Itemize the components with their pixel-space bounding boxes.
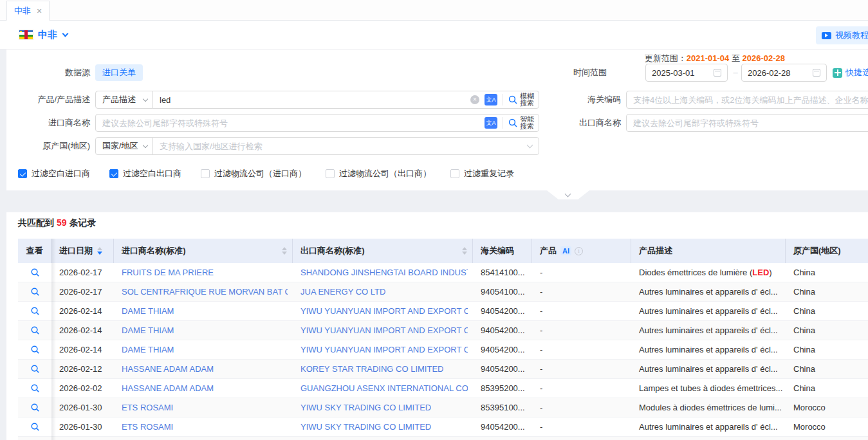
table-row: 2026-02-17SOL CENTRAFRIQUE RUE MORVAN BA… (18, 282, 868, 302)
col-header-import-date[interactable]: 进口日期 (51, 239, 114, 263)
checkbox-unchecked-icon[interactable] (201, 169, 210, 178)
hs-code-input[interactable] (627, 95, 868, 105)
view-record-button[interactable] (30, 403, 40, 412)
match-prefix: 共匹配到 (18, 217, 54, 228)
importer-cell: DAME THIAM (114, 321, 293, 340)
toolbar: 中非 视频教程 (0, 21, 868, 50)
product-type-select[interactable]: 产品描述 (95, 91, 153, 109)
exporter-link[interactable]: SHANDONG JINSHENGTAI BOARD INDUST... (300, 268, 468, 277)
importer-link[interactable]: HASSANE ADAM ADAM (122, 364, 214, 374)
hs-code-cell: 94054200... (473, 360, 532, 378)
fuzzy-search-button[interactable]: 模糊搜索 (508, 93, 539, 107)
importer-link[interactable]: HASSANE ADAM ADAM (122, 383, 214, 393)
importer-link[interactable]: FRUITS DE MA PRIERE (122, 268, 214, 277)
col-header-product: 产品 AI i (532, 239, 631, 263)
clear-icon[interactable]: × (470, 95, 479, 104)
view-cell (18, 302, 51, 320)
exporter-link[interactable]: YIWU YUANYUAN IMPORT AND EXPORT C... (300, 306, 468, 316)
col-header-origin: 原产国(地区) (786, 239, 868, 263)
product-search-input[interactable] (153, 95, 470, 105)
filter-checkbox[interactable]: 过滤空白出口商 (109, 168, 181, 179)
importer-cell: DAME THIAM (114, 340, 293, 359)
filter-checkbox[interactable]: 过滤物流公司（出口商） (326, 168, 431, 179)
chevron-down-icon[interactable] (62, 31, 69, 37)
exporter-label: 出口商名称 (557, 114, 621, 132)
col-header-importer[interactable]: 进口商名称(标准) (114, 239, 293, 263)
hs-code-cell: 94054100... (473, 282, 532, 301)
chevron-down-icon (565, 191, 571, 197)
importer-link[interactable]: DAME THIAM (122, 325, 174, 335)
date-end-field[interactable] (741, 64, 827, 82)
col-header-exporter[interactable]: 出口商名称(标准) (293, 239, 473, 263)
checkbox-checked-icon[interactable] (109, 169, 118, 178)
filter-checkbox[interactable]: 过滤重复记录 (450, 168, 514, 179)
close-icon[interactable]: × (37, 6, 42, 15)
exporter-link[interactable]: YIWU YUANYUAN IMPORT AND EXPORT C... (300, 345, 468, 354)
checkbox-unchecked-icon[interactable] (450, 169, 459, 178)
hs-code-cell: 94054200... (473, 302, 532, 320)
info-icon[interactable]: i (575, 247, 583, 255)
quick-select-icon (833, 68, 842, 78)
view-record-button[interactable] (30, 325, 40, 335)
view-record-button[interactable] (30, 383, 40, 393)
origin-type-select[interactable]: 国家/地区 (95, 137, 153, 155)
exporter-link[interactable]: JUA ENERGY CO LTD (300, 287, 385, 297)
date-end-input[interactable] (748, 68, 813, 78)
exporter-link[interactable]: YIWU YUANYUAN IMPORT AND EXPORT C... (300, 325, 468, 335)
data-source-import-button[interactable]: 进口关单 (95, 64, 143, 81)
view-record-button[interactable] (30, 306, 40, 316)
smart-search-button[interactable]: 智能搜索 (508, 116, 539, 130)
date-start-input[interactable] (652, 68, 714, 78)
col-header-view: 查看 (18, 239, 51, 263)
view-search-icon (30, 306, 40, 316)
country-selector[interactable]: 中非 (38, 29, 57, 41)
view-search-icon (30, 422, 40, 432)
table-row: 2026-01-30ETS ROSAMIYIWU SKY TRADING CO … (18, 398, 868, 417)
exporter-search-input[interactable] (627, 118, 868, 128)
product-desc-cell: Autres luminaires et appareils d' écl... (631, 302, 786, 320)
date-start-field[interactable] (645, 64, 728, 82)
origin-country-input[interactable] (153, 142, 528, 151)
product-desc-cell: Autres luminaires et appareils d' écl... (631, 340, 786, 359)
exporter-link[interactable]: KOREY STAR TRADING CO LIMITED (300, 364, 443, 374)
exporter-link[interactable]: YIWU SKY TRADING CO LIMITED (300, 422, 431, 432)
view-record-button[interactable] (30, 364, 40, 374)
video-tutorial-button[interactable]: 视频教程 (816, 26, 868, 44)
view-search-icon (30, 403, 40, 412)
checkbox-unchecked-icon[interactable] (326, 169, 335, 178)
view-record-button[interactable] (30, 422, 40, 432)
view-search-icon (30, 383, 40, 393)
calendar-icon[interactable] (714, 69, 721, 77)
product-cell: - (532, 398, 631, 417)
view-search-icon (30, 325, 40, 335)
importer-link[interactable]: DAME THIAM (122, 345, 174, 354)
data-source-label: 数据源 (6, 64, 90, 82)
origin-cell: China (786, 282, 868, 301)
quick-select-button[interactable]: 快捷选 (833, 64, 868, 82)
view-record-button[interactable] (30, 268, 40, 277)
sort-icon[interactable] (282, 247, 287, 255)
importer-link[interactable]: SOL CENTRAFRIQUE RUE MORVAN BAT OF... (122, 287, 288, 297)
filter-checkbox[interactable]: 过滤空白进口商 (18, 168, 90, 179)
sort-icon[interactable] (462, 247, 467, 255)
hs-code-cell: 94054200... (473, 321, 532, 340)
match-suffix: 条记录 (69, 217, 97, 228)
checkbox-checked-icon[interactable] (18, 169, 27, 178)
importer-link[interactable]: DAME THIAM (122, 306, 174, 316)
view-record-button[interactable] (30, 345, 40, 354)
importer-link[interactable]: ETS ROSAMI (122, 422, 173, 432)
importer-link[interactable]: ETS ROSAMI (122, 403, 173, 412)
translate-icon[interactable]: 文A (485, 94, 497, 105)
tab-zhongfei[interactable]: 中非 × (6, 1, 50, 21)
filter-checkbox[interactable]: 过滤物流公司（进口商） (201, 168, 306, 179)
calendar-icon[interactable] (813, 69, 820, 77)
collapse-panel-button[interactable] (547, 190, 589, 199)
view-record-button[interactable] (30, 287, 40, 297)
import-date-cell: 2026-02-14 (51, 302, 114, 320)
exporter-link[interactable]: GUANGZHOU ASENX INTERNATIONAL CO ... (300, 383, 468, 393)
importer-cell: ETS ROSAMI (114, 398, 293, 417)
exporter-link[interactable]: YIWU SKY TRADING CO LIMITED (300, 403, 431, 412)
importer-search-input[interactable] (96, 118, 485, 128)
sort-icon[interactable] (97, 247, 102, 255)
translate-icon[interactable]: 文A (485, 117, 497, 129)
